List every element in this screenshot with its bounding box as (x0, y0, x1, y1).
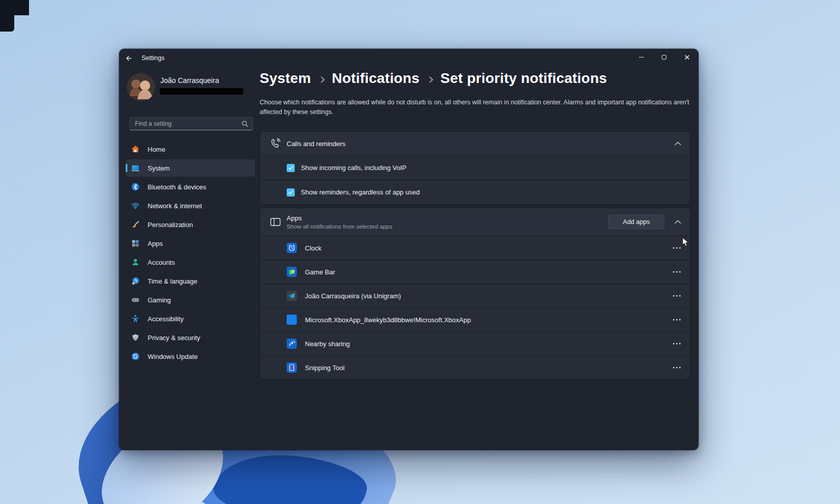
calls-expander-header[interactable]: Calls and reminders (260, 132, 690, 155)
more-options-button[interactable] (672, 340, 682, 348)
calls-and-reminders-card: Calls and reminders Show incoming calls,… (260, 131, 690, 205)
sidebar-item-home[interactable]: Home (126, 141, 255, 158)
back-arrow-icon (125, 54, 132, 62)
sidebar-item-accessibility[interactable]: Accessibility (126, 310, 255, 327)
apps-grid-icon (131, 239, 139, 247)
sidebar-item-label: Accounts (148, 259, 175, 266)
app-window-icon (269, 216, 282, 228)
more-icon (676, 319, 678, 321)
more-icon (679, 367, 681, 369)
paintbrush-icon (131, 220, 139, 229)
sidebar-item-privacy-security[interactable]: Privacy & security (126, 329, 255, 346)
sidebar-nav: Home System Bluetooth & devices Network … (126, 141, 255, 367)
back-button[interactable] (121, 51, 136, 65)
more-options-button[interactable] (672, 244, 682, 252)
more-icon (676, 343, 678, 345)
avatar[interactable] (127, 73, 155, 101)
breadcrumb-chevron-icon (318, 76, 325, 83)
app-name: João Carrasqueira (via Unigram) (305, 292, 401, 300)
sidebar-item-label: Personalization (148, 221, 193, 229)
app-name: Clock (305, 244, 322, 252)
more-icon (679, 247, 681, 249)
search-box (129, 117, 253, 130)
app-row-game-bar: Game Bar (260, 260, 690, 284)
more-options-button[interactable] (672, 364, 682, 372)
apps-card: Apps Show all notifications from selecte… (260, 208, 690, 380)
clock-app-icon (287, 243, 297, 253)
app-row-snipping-tool: Snipping Tool (260, 355, 690, 379)
sidebar-item-label: Accessibility (148, 315, 184, 323)
minimize-button[interactable] (630, 49, 653, 66)
checkmark-icon (288, 165, 294, 171)
sidebar-item-gaming[interactable]: Gaming (126, 291, 255, 309)
app-name: Microsoft.XboxApp_8wekyb3d8bbwe!Microsof… (305, 316, 471, 324)
game-bar-app-icon (287, 267, 297, 277)
sidebar-item-apps[interactable]: Apps (126, 235, 255, 252)
reminders-checkbox[interactable] (287, 188, 295, 197)
more-icon (673, 247, 675, 249)
sidebar-item-label: Bluetooth & devices (148, 183, 206, 191)
chevron-up-icon (674, 219, 682, 225)
app-row-nearby-sharing: Nearby sharing (260, 331, 690, 355)
home-icon (131, 145, 139, 153)
sidebar-item-system[interactable]: System (126, 159, 255, 177)
search-input[interactable] (130, 120, 241, 127)
mouse-cursor (682, 237, 689, 249)
sidebar-item-label: System (148, 164, 170, 172)
minimize-icon (639, 57, 644, 58)
window-title: Settings (142, 49, 164, 67)
system-icon (131, 164, 139, 172)
more-icon (676, 247, 678, 249)
apps-expander-header[interactable]: Apps Show all notifications from selecte… (260, 208, 690, 236)
desktop: { "accent": "#4cc2ff", "titlebar": { "ti… (0, 0, 840, 504)
sidebar-item-time-language[interactable]: Time & language (126, 272, 255, 290)
unigram-app-icon (287, 291, 297, 301)
incoming-calls-checkbox[interactable] (287, 164, 295, 172)
breadcrumb-system[interactable]: System (260, 70, 311, 87)
more-icon (679, 319, 681, 321)
apps-section-title: Apps (287, 214, 393, 222)
setting-row-incoming-calls: Show incoming calls, including VoIP (260, 155, 690, 180)
more-icon (673, 271, 675, 273)
page-description: Choose which notifications are allowed w… (260, 98, 690, 118)
settings-window: Settings ✕ João Carrasqueira Home (119, 49, 698, 450)
breadcrumb-notifications[interactable]: Notifications (332, 70, 419, 87)
sidebar-item-label: Network & internet (148, 202, 202, 210)
app-row-unigram: João Carrasqueira (via Unigram) (260, 284, 690, 307)
background-window-corner (0, 0, 14, 32)
add-apps-button[interactable]: Add apps (608, 215, 664, 229)
sidebar-item-bluetooth-devices[interactable]: Bluetooth & devices (126, 178, 255, 195)
checkmark-icon (288, 189, 294, 195)
user-name: João Carrasqueira (160, 76, 219, 85)
snipping-tool-app-icon (287, 362, 297, 373)
close-icon: ✕ (684, 53, 690, 61)
more-icon (673, 343, 675, 345)
sidebar-item-personalization[interactable]: Personalization (126, 216, 255, 233)
more-icon (673, 319, 675, 321)
apps-section-subtitle: Show all notifications from selected app… (287, 223, 393, 230)
more-icon (673, 295, 675, 297)
more-options-button[interactable] (672, 316, 682, 324)
xbox-app-icon (287, 315, 297, 325)
more-icon (679, 271, 681, 273)
sidebar-item-accounts[interactable]: Accounts (126, 254, 255, 271)
close-button[interactable]: ✕ (676, 49, 698, 66)
sidebar-item-label: Time & language (148, 277, 198, 285)
more-icon (676, 367, 678, 369)
app-row-xbox-app: Microsoft.XboxApp_8wekyb3d8bbwe!Microsof… (260, 307, 690, 331)
sidebar-item-label: Apps (148, 240, 163, 247)
maximize-button[interactable] (653, 49, 676, 66)
sidebar-item-label: Privacy & security (148, 334, 200, 342)
more-options-button[interactable] (672, 268, 682, 276)
nearby-sharing-app-icon (287, 339, 297, 349)
app-row-clock: Clock (260, 236, 690, 260)
checkbox-label: Show incoming calls, including VoIP (301, 164, 406, 172)
sidebar-item-network-internet[interactable]: Network & internet (126, 197, 255, 214)
calls-section-title: Calls and reminders (287, 140, 346, 148)
more-options-button[interactable] (672, 292, 682, 300)
page-title: Set priority notifications (440, 70, 607, 87)
app-name: Snipping Tool (305, 364, 345, 372)
avatar-photo (127, 73, 155, 101)
sidebar-item-windows-update[interactable]: Windows Update (126, 348, 255, 365)
wifi-icon (131, 202, 139, 210)
